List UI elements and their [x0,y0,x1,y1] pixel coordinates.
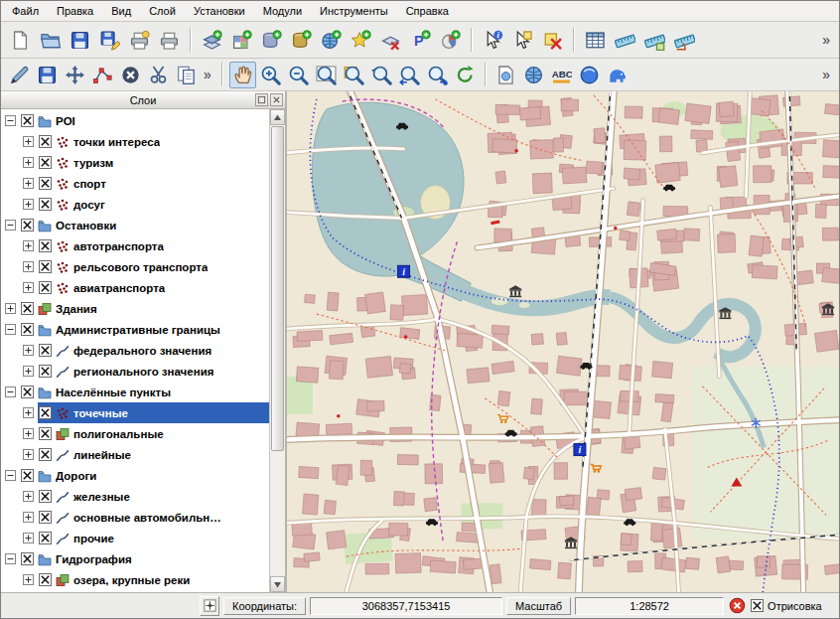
tree-item[interactable]: основные автомобильн… [1,507,269,528]
add-spatialite-layer-button[interactable] [287,26,316,55]
move-feature-button[interactable] [62,62,88,88]
measure-line-button[interactable] [611,26,639,55]
copy-features-button[interactable] [173,62,200,88]
expand-icon[interactable] [23,282,34,293]
new-project-button[interactable] [6,26,35,55]
tree-item[interactable]: досуг [1,194,269,215]
menu-tools[interactable]: Инструменты [311,2,397,20]
layer-visibility-checkbox[interactable] [39,406,52,419]
deselect-features-button[interactable] [538,26,567,55]
coordinates-value[interactable]: 3068357,7153415 [310,597,502,615]
collapse-icon[interactable] [5,220,16,231]
expand-icon[interactable] [23,449,34,460]
expand-icon[interactable] [23,366,34,377]
postgis-manager-button[interactable] [604,62,630,88]
layer-visibility-checkbox[interactable] [21,302,34,315]
expand-icon[interactable] [23,512,34,523]
toolbar-overflow-icon[interactable]: » [818,67,834,82]
expand-icon[interactable] [23,533,34,543]
remove-layer-button[interactable] [376,26,405,55]
zoom-last-button[interactable] [396,62,423,88]
toggle-editing-button[interactable] [6,62,33,88]
tree-item[interactable]: Населённые пункты [1,382,269,402]
collapse-icon[interactable] [5,115,16,126]
layer-visibility-checkbox[interactable] [39,177,52,190]
delete-selected-button[interactable] [117,62,144,88]
tree-item[interactable]: точки интереса [1,131,269,152]
collapse-icon[interactable] [5,387,16,397]
expand-icon[interactable] [23,345,34,356]
measure-angle-button[interactable] [670,26,699,55]
menu-edit[interactable]: Правка [48,2,102,20]
layer-visibility-checkbox[interactable] [39,260,52,273]
layer-visibility-checkbox[interactable] [39,532,52,544]
expand-icon[interactable] [23,261,34,272]
expand-icon[interactable] [23,199,34,210]
add-wfs-layer-button[interactable]: P [406,26,435,55]
identify-features-button[interactable]: i [479,26,507,55]
cut-features-button[interactable] [145,62,172,88]
zoom-full-extent-button[interactable] [313,62,340,88]
expand-icon[interactable] [23,136,34,147]
save-project-as-button[interactable] [95,26,124,55]
layer-visibility-checkbox[interactable] [39,573,52,586]
add-wms-layer-button[interactable] [317,26,346,55]
tree-item[interactable]: спорт [1,173,269,194]
expand-icon[interactable] [23,178,34,189]
tree-item[interactable]: Здания [1,298,269,319]
toolbar-overflow-icon[interactable]: » [818,32,834,48]
toolbar-overflow-icon[interactable]: » [200,67,215,82]
expand-icon[interactable] [23,157,34,168]
panel-close-button[interactable] [270,93,283,106]
scroll-up-icon[interactable] [270,109,285,125]
save-edits-button[interactable] [34,62,61,88]
expand-icon[interactable] [23,240,34,251]
select-features-button[interactable] [508,26,537,55]
tree-item[interactable]: озера, крупные реки [1,569,269,590]
print-button[interactable] [155,26,184,55]
layer-visibility-checkbox[interactable] [39,448,52,461]
tree-item[interactable]: автотранспорта [1,235,269,256]
menu-layer[interactable]: Слой [140,2,185,20]
collapse-icon[interactable] [5,470,16,481]
tree-item[interactable]: точечные [1,402,269,423]
zoom-to-layer-button[interactable] [368,62,395,88]
layer-visibility-checkbox[interactable] [39,156,52,169]
menu-help[interactable]: Справка [397,2,458,20]
layer-visibility-checkbox[interactable] [21,114,34,127]
menu-file[interactable]: Файл [3,2,48,20]
tree-item[interactable]: регионального значения [1,361,269,382]
layer-visibility-checkbox[interactable] [21,552,34,565]
layer-visibility-checkbox[interactable] [21,219,34,232]
render-checkbox[interactable]: Отрисовка [751,599,828,612]
tree-item[interactable]: железные [1,486,269,507]
new-shapefile-layer-button[interactable] [347,26,375,55]
mouse-position-icon[interactable] [200,596,219,616]
add-raster-layer-button[interactable] [227,26,256,55]
expand-icon[interactable] [23,491,34,502]
layer-visibility-checkbox[interactable] [39,281,52,294]
tree-item[interactable]: Административные границы [1,319,269,340]
save-project-button[interactable] [66,26,94,55]
tree-item[interactable]: рельсового транспорта [1,256,269,277]
add-postgis-layer-button[interactable] [257,26,286,55]
menu-plugins[interactable]: Модули [254,2,311,20]
measure-area-button[interactable] [640,26,669,55]
zoom-in-button[interactable] [257,62,284,88]
layer-visibility-checkbox[interactable] [39,344,52,357]
osm-plugin-button[interactable] [576,62,603,88]
tree-item[interactable]: Остановки [1,215,269,235]
print-composer-button[interactable] [125,26,154,55]
layer-visibility-checkbox[interactable] [39,239,52,252]
georeferencer-button[interactable] [520,62,547,88]
map-canvas[interactable]: i [287,91,839,592]
open-project-button[interactable] [36,26,65,55]
zoom-out-button[interactable] [285,62,312,88]
menu-view[interactable]: Вид [102,2,140,20]
map-composer-button[interactable] [492,62,519,88]
layer-visibility-checkbox[interactable] [39,490,52,503]
layer-visibility-checkbox[interactable] [21,386,34,398]
layer-visibility-checkbox[interactable] [39,511,52,524]
refresh-map-button[interactable] [452,62,479,88]
stop-render-button[interactable] [728,596,747,615]
